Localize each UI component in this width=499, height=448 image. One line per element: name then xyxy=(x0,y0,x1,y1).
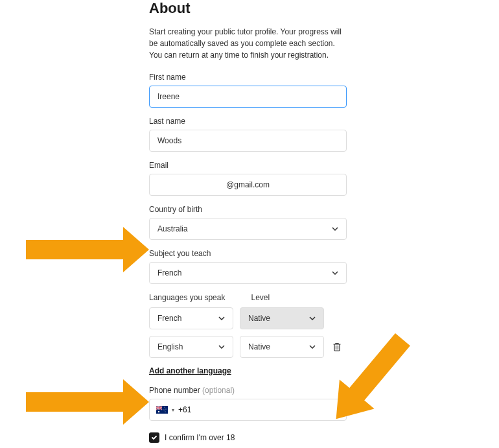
chevron-down-icon xyxy=(309,344,316,350)
svg-point-1 xyxy=(158,411,159,412)
phone-label: Phone number (optional) xyxy=(149,386,347,395)
check-icon xyxy=(151,434,157,441)
chevron-down-icon xyxy=(332,270,338,276)
chevron-down-icon: ▾ xyxy=(172,407,174,413)
level-value: Native xyxy=(248,314,270,323)
level-value: Native xyxy=(248,342,270,351)
page-title: About xyxy=(149,0,347,17)
email-label: Email xyxy=(149,161,347,170)
confirm-age-label: I confirm I'm over 18 xyxy=(165,433,235,442)
flag-icon-au xyxy=(156,406,168,414)
country-select[interactable]: Australia xyxy=(149,218,347,240)
svg-point-5 xyxy=(165,412,166,412)
trash-icon xyxy=(332,342,342,351)
add-language-link[interactable]: Add another language xyxy=(149,366,231,375)
level-label: Level xyxy=(251,293,347,303)
level-select-0: Native xyxy=(240,307,324,329)
last-name-label: Last name xyxy=(149,117,347,126)
subject-label: Subject you teach xyxy=(149,249,347,258)
language-value: English xyxy=(157,342,183,351)
email-input[interactable] xyxy=(149,174,347,196)
svg-point-2 xyxy=(165,407,165,408)
confirm-age-checkbox[interactable] xyxy=(149,432,159,443)
phone-input[interactable]: ▾ +61 xyxy=(149,399,347,421)
first-name-input[interactable] xyxy=(149,86,347,108)
annotation-arrow xyxy=(26,376,149,428)
chevron-down-icon xyxy=(332,226,338,232)
level-select-1[interactable]: Native xyxy=(240,336,324,358)
subject-value: French xyxy=(157,268,181,277)
chevron-down-icon xyxy=(309,315,316,322)
chevron-down-icon xyxy=(218,344,225,350)
language-value: French xyxy=(157,314,181,323)
country-label: Country of birth xyxy=(149,205,347,214)
delete-language-button[interactable] xyxy=(331,340,343,353)
svg-point-6 xyxy=(165,410,165,411)
page-subtitle: Start creating your public tutor profile… xyxy=(149,26,347,61)
country-value: Australia xyxy=(157,224,188,233)
svg-point-4 xyxy=(164,410,165,410)
first-name-label: First name xyxy=(149,73,347,82)
chevron-down-icon xyxy=(218,315,225,322)
svg-point-3 xyxy=(166,409,167,410)
language-select-0[interactable]: French xyxy=(149,307,233,329)
annotation-arrow xyxy=(26,224,149,276)
language-select-1[interactable]: English xyxy=(149,336,233,358)
dialcode: +61 xyxy=(178,405,191,414)
last-name-input[interactable] xyxy=(149,130,347,152)
languages-label: Languages you speak xyxy=(149,293,245,303)
subject-select[interactable]: French xyxy=(149,262,347,284)
